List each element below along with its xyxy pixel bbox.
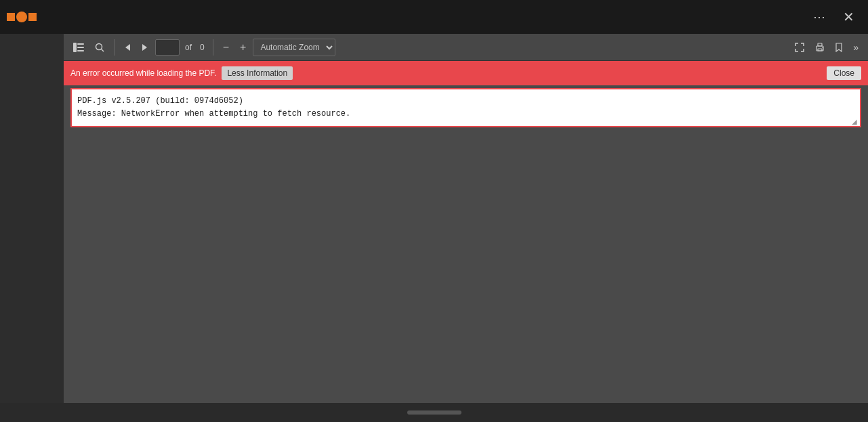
page-number-input[interactable]: 0 bbox=[155, 39, 180, 56]
svg-rect-0 bbox=[73, 43, 77, 52]
svg-marker-6 bbox=[125, 44, 130, 51]
pdf-viewer: 0 of 0 − + Automatic Zoom 50% 75% 100% 1… bbox=[64, 34, 868, 403]
logo-dot-right bbox=[28, 13, 37, 21]
bottom-bar bbox=[0, 403, 868, 422]
svg-marker-7 bbox=[142, 44, 147, 51]
header-right: ⋯ ✕ bbox=[808, 6, 861, 28]
bottom-indicator bbox=[407, 410, 461, 415]
error-info-text: PDF.js v2.5.207 (build: 0974d6052) Messa… bbox=[77, 95, 854, 121]
print-button[interactable] bbox=[811, 40, 829, 55]
svg-point-4 bbox=[96, 43, 102, 49]
zoom-in-button[interactable]: + bbox=[236, 39, 250, 56]
logo-dot-left bbox=[7, 13, 15, 21]
zoom-out-button[interactable]: − bbox=[219, 39, 233, 56]
app-header: ⋯ ✕ bbox=[0, 0, 868, 34]
svg-rect-10 bbox=[818, 49, 822, 51]
svg-line-5 bbox=[102, 49, 104, 51]
svg-rect-3 bbox=[77, 50, 84, 51]
more-tools-button[interactable]: » bbox=[849, 39, 863, 56]
prev-page-button[interactable] bbox=[120, 40, 135, 55]
toolbar-right: » bbox=[791, 39, 863, 56]
pdf-toolbar: 0 of 0 − + Automatic Zoom 50% 75% 100% 1… bbox=[64, 34, 868, 61]
less-information-button[interactable]: Less Information bbox=[222, 66, 293, 80]
error-info-box: PDF.js v2.5.207 (build: 0974d6052) Messa… bbox=[70, 88, 861, 127]
toolbar-separator-1 bbox=[114, 39, 115, 56]
error-message: An error occurred while loading the PDF. bbox=[70, 68, 216, 78]
left-sidebar bbox=[0, 34, 64, 403]
resize-handle[interactable]: ◢ bbox=[852, 118, 859, 125]
close-error-button[interactable]: Close bbox=[827, 66, 861, 80]
bookmark-button[interactable] bbox=[831, 40, 846, 55]
page-of-label: of bbox=[185, 43, 192, 52]
search-button[interactable] bbox=[91, 40, 108, 55]
svg-rect-1 bbox=[77, 43, 84, 45]
sidebar-toggle-button[interactable] bbox=[69, 40, 88, 55]
svg-point-11 bbox=[822, 47, 823, 48]
nextcloud-logo bbox=[7, 12, 37, 22]
more-options-button[interactable]: ⋯ bbox=[808, 7, 831, 27]
zoom-select[interactable]: Automatic Zoom 50% 75% 100% 125% 150% 20… bbox=[253, 39, 335, 56]
svg-rect-9 bbox=[818, 43, 822, 46]
logo-dot-center bbox=[16, 12, 27, 22]
toolbar-separator-2 bbox=[213, 39, 213, 56]
fullscreen-button[interactable] bbox=[791, 40, 808, 55]
svg-rect-2 bbox=[77, 47, 84, 48]
error-bar: An error occurred while loading the PDF.… bbox=[64, 61, 868, 85]
next-page-button[interactable] bbox=[138, 40, 152, 55]
pdf-content-area bbox=[64, 130, 868, 403]
close-window-button[interactable]: ✕ bbox=[836, 6, 861, 28]
page-total: 0 bbox=[200, 43, 205, 52]
